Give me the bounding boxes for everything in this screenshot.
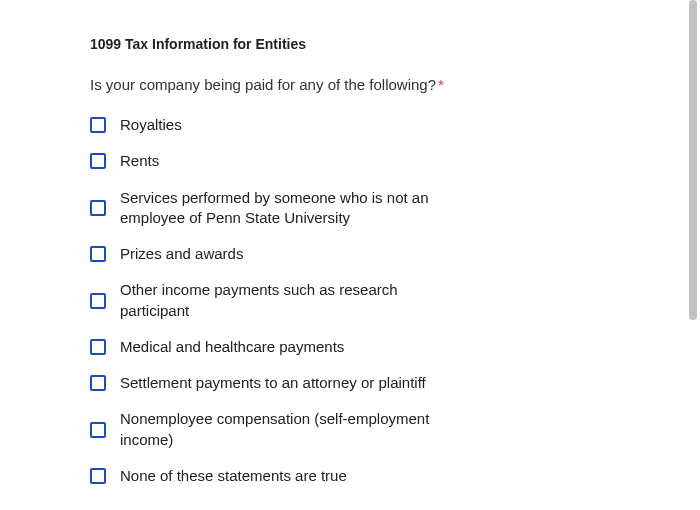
option-services[interactable]: Services performed by someone who is not… [90, 188, 610, 229]
option-label: Services performed by someone who is not… [120, 188, 460, 229]
option-settlement[interactable]: Settlement payments to an attorney or pl… [90, 373, 610, 393]
checkbox-icon[interactable] [90, 246, 106, 262]
checkbox-icon[interactable] [90, 339, 106, 355]
options-group: Royalties Rents Services performed by so… [90, 115, 610, 502]
option-label: Other income payments such as research p… [120, 280, 460, 321]
question-text: Is your company being paid for any of th… [90, 76, 610, 93]
required-asterisk: * [438, 76, 444, 93]
option-prizes[interactable]: Prizes and awards [90, 244, 610, 264]
option-medical[interactable]: Medical and healthcare payments [90, 337, 610, 357]
checkbox-icon[interactable] [90, 153, 106, 169]
option-label: Settlement payments to an attorney or pl… [120, 373, 426, 393]
checkbox-icon[interactable] [90, 200, 106, 216]
option-nonemployee[interactable]: Nonemployee compensation (self-employmen… [90, 409, 610, 450]
checkbox-icon[interactable] [90, 468, 106, 484]
option-none[interactable]: None of these statements are true [90, 466, 610, 486]
checkbox-icon[interactable] [90, 375, 106, 391]
scrollbar-track[interactable] [686, 0, 700, 510]
checkbox-icon[interactable] [90, 117, 106, 133]
question-label: Is your company being paid for any of th… [90, 76, 436, 93]
checkbox-icon[interactable] [90, 293, 106, 309]
form-page: 1099 Tax Information for Entities Is you… [0, 0, 700, 510]
scrollbar-thumb[interactable] [689, 0, 697, 320]
option-label: Nonemployee compensation (self-employmen… [120, 409, 460, 450]
option-label: Prizes and awards [120, 244, 243, 264]
option-label: None of these statements are true [120, 466, 347, 486]
option-label: Royalties [120, 115, 182, 135]
option-other-income[interactable]: Other income payments such as research p… [90, 280, 610, 321]
option-label: Rents [120, 151, 159, 171]
option-rents[interactable]: Rents [90, 151, 610, 171]
section-title: 1099 Tax Information for Entities [90, 36, 610, 52]
option-royalties[interactable]: Royalties [90, 115, 610, 135]
option-label: Medical and healthcare payments [120, 337, 344, 357]
checkbox-icon[interactable] [90, 422, 106, 438]
